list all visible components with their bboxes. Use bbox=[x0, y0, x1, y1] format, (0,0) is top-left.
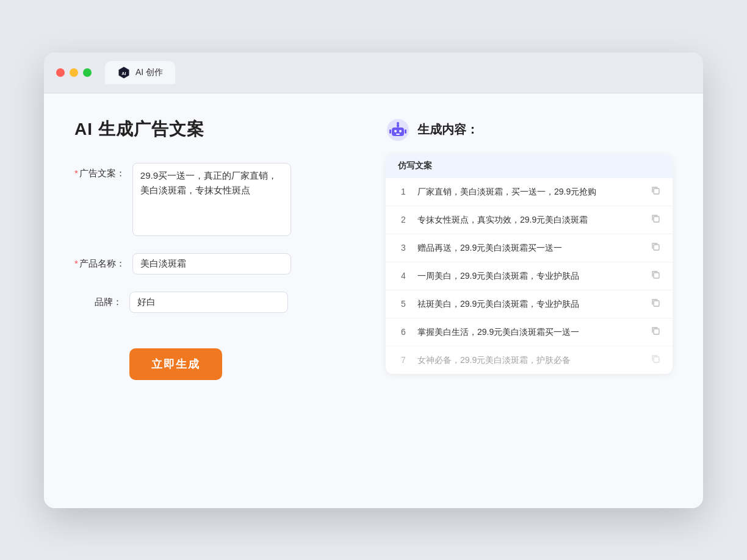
tab-label: AI 创作 bbox=[135, 67, 163, 78]
row-text: 祛斑美白，29.9元美白淡斑霜，专业护肤品 bbox=[417, 298, 642, 311]
traffic-lights bbox=[56, 68, 92, 77]
copy-icon[interactable] bbox=[651, 298, 660, 310]
right-panel: 生成内容： 仿写文案 1厂家直销，美白淡斑霜，买一送一，29.9元抢购 2专抹女… bbox=[386, 118, 673, 484]
row-number: 7 bbox=[398, 355, 409, 365]
svg-rect-17 bbox=[654, 357, 659, 362]
row-number: 4 bbox=[398, 271, 409, 281]
ad-copy-label: *广告文案： bbox=[74, 163, 132, 179]
table-header: 仿写文案 bbox=[386, 154, 673, 178]
product-name-row: *产品名称： bbox=[74, 253, 361, 275]
browser-content: AI 生成广告文案 *广告文案： 29.9买一送一，真正的厂家直销，美白淡斑霜，… bbox=[44, 93, 703, 508]
table-row: 7女神必备，29.9元美白淡斑霜，护肤必备 bbox=[386, 346, 673, 374]
svg-rect-12 bbox=[654, 217, 659, 222]
left-panel: AI 生成广告文案 *广告文案： 29.9买一送一，真正的厂家直销，美白淡斑霜，… bbox=[74, 118, 361, 484]
row-text: 赠品再送，29.9元美白淡斑霜买一送一 bbox=[417, 242, 642, 254]
generate-button[interactable]: 立即生成 bbox=[129, 348, 222, 380]
brand-field[interactable] bbox=[129, 292, 288, 313]
svg-rect-13 bbox=[654, 245, 659, 250]
result-rows-container: 1厂家直销，美白淡斑霜，买一送一，29.9元抢购 2专抹女性斑点，真实功效，29… bbox=[386, 178, 673, 374]
maximize-button[interactable] bbox=[83, 68, 92, 77]
svg-rect-16 bbox=[654, 329, 659, 334]
copy-icon[interactable] bbox=[651, 354, 660, 366]
robot-icon bbox=[386, 118, 410, 142]
product-name-field[interactable] bbox=[132, 253, 291, 275]
row-text: 女神必备，29.9元美白淡斑霜，护肤必备 bbox=[417, 354, 642, 367]
copy-icon[interactable] bbox=[651, 326, 660, 338]
copy-icon[interactable] bbox=[651, 185, 660, 198]
table-row: 3赠品再送，29.9元美白淡斑霜买一送一 bbox=[386, 234, 673, 262]
brand-row: 品牌： bbox=[74, 292, 361, 313]
table-row: 5祛斑美白，29.9元美白淡斑霜，专业护肤品 bbox=[386, 290, 673, 318]
svg-rect-9 bbox=[389, 129, 391, 134]
copy-icon[interactable] bbox=[651, 214, 660, 226]
row-number: 1 bbox=[398, 187, 409, 196]
required-star: * bbox=[74, 168, 78, 178]
svg-rect-10 bbox=[405, 129, 406, 134]
svg-rect-4 bbox=[394, 130, 397, 132]
row-text: 掌握美白生活，29.9元美白淡斑霜买一送一 bbox=[417, 326, 642, 339]
table-row: 6掌握美白生活，29.9元美白淡斑霜买一送一 bbox=[386, 318, 673, 346]
row-number: 2 bbox=[398, 215, 409, 224]
svg-rect-6 bbox=[396, 134, 400, 135]
ad-copy-row: *广告文案： 29.9买一送一，真正的厂家直销，美白淡斑霜，专抹女性斑点 bbox=[74, 163, 361, 236]
copy-icon[interactable] bbox=[651, 270, 660, 282]
result-table: 仿写文案 1厂家直销，美白淡斑霜，买一送一，29.9元抢购 2专抹女性斑点，真实… bbox=[386, 154, 673, 374]
svg-rect-11 bbox=[654, 188, 659, 194]
table-row: 1厂家直销，美白淡斑霜，买一送一，29.9元抢购 bbox=[386, 178, 673, 206]
titlebar: AI AI 创作 bbox=[44, 52, 703, 93]
row-number: 3 bbox=[398, 243, 409, 253]
svg-rect-14 bbox=[654, 273, 659, 278]
row-number: 5 bbox=[398, 299, 409, 309]
result-header: 生成内容： bbox=[386, 118, 673, 142]
row-number: 6 bbox=[398, 327, 409, 337]
svg-point-8 bbox=[397, 122, 399, 124]
minimize-button[interactable] bbox=[70, 68, 78, 77]
row-text: 厂家直销，美白淡斑霜，买一送一，29.9元抢购 bbox=[417, 185, 642, 198]
page-title: AI 生成广告文案 bbox=[74, 118, 361, 141]
result-title: 生成内容： bbox=[417, 121, 478, 138]
ai-tab[interactable]: AI AI 创作 bbox=[105, 61, 175, 84]
svg-rect-15 bbox=[654, 301, 659, 306]
row-text: 一周美白，29.9元美白淡斑霜，专业护肤品 bbox=[417, 270, 642, 282]
row-text: 专抹女性斑点，真实功效，29.9元美白淡斑霜 bbox=[417, 214, 642, 226]
table-row: 4一周美白，29.9元美白淡斑霜，专业护肤品 bbox=[386, 262, 673, 290]
ai-tab-icon: AI bbox=[117, 66, 131, 79]
brand-label: 品牌： bbox=[74, 292, 129, 308]
close-button[interactable] bbox=[56, 68, 65, 77]
browser-window: AI AI 创作 AI 生成广告文案 *广告文案： 29.9买一送一，真正的厂家… bbox=[44, 52, 703, 508]
required-star-2: * bbox=[74, 258, 78, 268]
copy-icon[interactable] bbox=[651, 242, 660, 254]
svg-rect-5 bbox=[399, 130, 402, 132]
table-row: 2专抹女性斑点，真实功效，29.9元美白淡斑霜 bbox=[386, 206, 673, 234]
svg-text:AI: AI bbox=[121, 70, 126, 76]
product-name-label: *产品名称： bbox=[74, 253, 132, 270]
ad-copy-field[interactable]: 29.9买一送一，真正的厂家直销，美白淡斑霜，专抹女性斑点 bbox=[132, 163, 291, 236]
